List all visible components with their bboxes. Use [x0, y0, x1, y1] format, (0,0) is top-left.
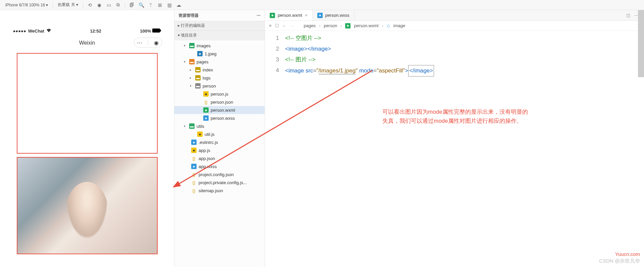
file-icon: {}: [203, 99, 209, 105]
page-title: Weixin: [79, 40, 95, 46]
file-icon: ▬: [195, 75, 201, 81]
symbol-icon: ◇: [387, 23, 390, 28]
file-icon: {}: [191, 172, 197, 177]
branch-icon[interactable]: ᛘ: [146, 2, 155, 8]
breadcrumb-symbol[interactable]: image: [393, 23, 405, 28]
watermark-csdn: CSDN @亦世凡华: [599, 258, 640, 264]
editor-tabs: ◆person.wxml×◆person.wxss ◫ ⋯: [265, 10, 644, 21]
file-icon: ◆: [203, 115, 209, 121]
simulator-panel: ●●●●● WeChat 12:52 100% Weixin ⋯: [0, 10, 174, 267]
filled-image: [17, 157, 158, 254]
tree-item[interactable]: {}project.config.json: [174, 170, 265, 178]
file-icon: ◆: [317, 13, 323, 18]
tree-item[interactable]: {}person.json: [174, 98, 265, 106]
tree-item[interactable]: ◆person.wxss: [174, 114, 265, 122]
explorer-title: 资源管理器: [178, 13, 199, 18]
files-icon[interactable]: 🗐: [127, 2, 137, 8]
tree-item[interactable]: ▾▬utils: [174, 122, 265, 130]
bookmark-icon[interactable]: ☐: [275, 23, 279, 28]
tree-item[interactable]: ◆app.wxss: [174, 162, 265, 170]
tree-item[interactable]: ◆person.js: [174, 90, 265, 98]
explorer-panel: 资源管理器 ⋯ ▸ 打开的编辑器 ▾ 项目目录 ▾▬images◆1.jpeg▾…: [174, 10, 265, 267]
back-icon[interactable]: ←: [282, 23, 287, 28]
tree-item[interactable]: ▸▬index: [174, 66, 265, 74]
hotreload-toggle[interactable]: 热重载 关 ▾: [55, 2, 81, 8]
tree-item[interactable]: ◆1.jpeg: [174, 50, 265, 58]
file-icon: {}: [191, 180, 197, 185]
tree-item[interactable]: {}project.private.config.js...: [174, 178, 265, 186]
file-icon: ◆: [270, 13, 275, 18]
svg-rect-0: [152, 29, 160, 33]
file-icon: ▬: [189, 43, 195, 48]
code-content[interactable]: <!-- 空图片 --><image></image><!-- 图片 --><i…: [285, 31, 434, 267]
box-icon[interactable]: ▥: [165, 2, 174, 8]
file-icon: ◆: [197, 51, 203, 56]
carrier-label: WeChat: [28, 29, 44, 34]
file-tree: ▾▬images◆1.jpeg▾▬pages▸▬index▸▬logs▾▬per…: [174, 40, 265, 267]
tree-item[interactable]: ◆app.js: [174, 146, 265, 154]
breadcrumb-item[interactable]: person: [324, 23, 337, 28]
device-icon[interactable]: ▭: [104, 2, 113, 8]
svg-rect-1: [160, 30, 161, 32]
breadcrumb-file[interactable]: person.wxml: [354, 23, 378, 28]
file-icon: ◆: [203, 107, 209, 113]
split-icon[interactable]: ◫: [626, 13, 630, 18]
window-icon[interactable]: ⧉: [113, 2, 123, 8]
device-selector[interactable]: iPhone 6/7/8 100% 16 ▾: [3, 3, 51, 7]
forward-icon[interactable]: →: [290, 23, 294, 28]
annotation-text: 可以看出图片因为mode属性完整的显示出来，没有明显的 失真，我们可以通过mod…: [382, 107, 528, 125]
close-tab-icon[interactable]: ×: [305, 13, 308, 18]
search-icon[interactable]: 🔍: [137, 2, 146, 8]
file-icon: ◆: [197, 131, 203, 137]
tree-item[interactable]: ▾▬person: [174, 82, 265, 90]
file-icon: {}: [191, 156, 197, 161]
line-gutter: 1 2 3 4: [265, 31, 285, 267]
breadcrumb-item[interactable]: pages: [304, 23, 316, 28]
file-icon: ◆: [191, 140, 197, 145]
file-icon: {}: [191, 188, 197, 193]
more-icon[interactable]: ⋯: [137, 40, 142, 46]
tree-item[interactable]: ◆util.js: [174, 130, 265, 138]
open-editors-section[interactable]: ▸ 打开的编辑器: [174, 21, 265, 31]
tree-item[interactable]: ▾▬images: [174, 42, 265, 50]
file-icon: ◆: [203, 91, 209, 97]
empty-image-placeholder: [17, 53, 158, 154]
battery-icon: [152, 29, 161, 34]
time-label: 12:52: [90, 29, 101, 34]
tree-item[interactable]: ▸▬logs: [174, 74, 265, 82]
wifi-icon: [46, 29, 51, 34]
battery-pct: 100%: [140, 29, 151, 34]
tree-item[interactable]: {}sitemap.json: [174, 186, 265, 195]
list-icon[interactable]: ≡: [269, 23, 272, 28]
tree-item[interactable]: {}app.json: [174, 154, 265, 162]
extension-icon[interactable]: ⊞: [155, 2, 165, 8]
editor-tab[interactable]: ◆person.wxss: [313, 10, 355, 20]
explorer-more-icon[interactable]: ⋯: [257, 13, 261, 18]
file-icon: ◆: [191, 164, 197, 169]
tree-item[interactable]: ◆.eslintrc.js: [174, 138, 265, 146]
file-icon: ▬: [195, 83, 201, 89]
file-icon: ▬: [189, 59, 195, 64]
wxml-icon: ◆: [345, 23, 351, 29]
top-toolbar: iPhone 6/7/8 100% 16 ▾ 热重载 关 ▾ ⟲ ◉ ▭ ⧉ 🗐…: [0, 0, 644, 10]
scrollbar[interactable]: [638, 10, 644, 77]
refresh-icon[interactable]: ⟲: [85, 2, 95, 8]
file-icon: ▬: [195, 67, 201, 72]
tree-item[interactable]: ◆person.wxml: [174, 106, 265, 114]
close-icon[interactable]: ◉: [154, 40, 159, 46]
menu-capsule[interactable]: ⋯ ◉: [134, 38, 162, 48]
file-icon: ◆: [191, 148, 197, 153]
cloud-icon[interactable]: ☁: [174, 2, 183, 8]
tree-item[interactable]: ▾▬pages: [174, 58, 265, 66]
signal-icon: ●●●●●: [13, 29, 26, 34]
watermark: Yuucn.com: [615, 251, 640, 257]
nav-bar: Weixin ⋯ ◉: [8, 35, 166, 51]
editor-tab[interactable]: ◆person.wxml×: [265, 10, 313, 20]
stop-icon[interactable]: ◉: [95, 2, 104, 8]
file-icon: ▬: [189, 123, 195, 129]
project-dir-section[interactable]: ▾ 项目目录: [174, 31, 265, 40]
device-status-bar: ●●●●● WeChat 12:52 100%: [8, 27, 166, 35]
editor-panel: ◆person.wxml×◆person.wxss ◫ ⋯ ≡ ☐ ← → pa…: [265, 10, 644, 267]
